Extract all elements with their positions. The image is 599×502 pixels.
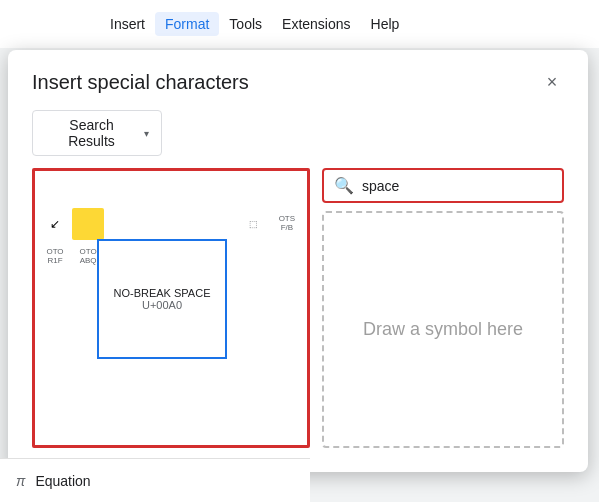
chevron-down-icon: ▾ — [144, 128, 149, 139]
draw-hint-text: Draw a symbol here — [363, 319, 523, 340]
char-cell[interactable] — [238, 175, 270, 207]
dialog-header: Insert special characters × — [32, 70, 564, 94]
selected-char-code: U+00A0 — [142, 299, 182, 311]
char-cell[interactable] — [39, 175, 71, 207]
char-cell[interactable]: OTOR1F — [39, 241, 71, 273]
char-cell[interactable] — [39, 274, 71, 306]
search-input[interactable] — [362, 178, 552, 194]
char-cell[interactable]: ⬚ — [238, 208, 270, 240]
menu-extensions[interactable]: Extensions — [272, 12, 360, 36]
char-cell[interactable] — [205, 208, 237, 240]
char-cell[interactable] — [172, 175, 204, 207]
char-cell-yellow[interactable] — [72, 208, 104, 240]
search-icon: 🔍 — [334, 176, 354, 195]
equation-icon: π — [16, 473, 25, 489]
menu-format[interactable]: Format — [155, 12, 219, 36]
char-cell[interactable] — [138, 175, 170, 207]
char-cell[interactable]: ↙ — [39, 208, 71, 240]
char-cell[interactable] — [238, 274, 270, 306]
menu-tools[interactable]: Tools — [219, 12, 272, 36]
char-cell[interactable] — [238, 241, 270, 273]
draw-symbol-area[interactable]: Draw a symbol here — [322, 211, 564, 448]
menu-bar: Insert Format Tools Extensions Help — [0, 0, 599, 48]
search-box: 🔍 — [322, 168, 564, 203]
close-button[interactable]: × — [540, 70, 564, 94]
char-cell[interactable] — [138, 208, 170, 240]
char-cell[interactable] — [205, 175, 237, 207]
char-cell[interactable] — [271, 175, 303, 207]
char-cell[interactable]: OTSF/B — [271, 208, 303, 240]
menu-help[interactable]: Help — [361, 12, 410, 36]
menu-insert[interactable]: Insert — [100, 12, 155, 36]
char-cell[interactable] — [172, 208, 204, 240]
equation-bar: π Equation — [0, 458, 310, 502]
selected-char-name: NO-BREAK SPACE — [114, 287, 211, 299]
character-grid-panel: ↙ ⬚ OTSF/B OTOR1F OTOABQ — [32, 168, 310, 448]
selected-character-box: NO-BREAK SPACE U+00A0 — [97, 239, 227, 359]
right-panel: 🔍 Draw a symbol here — [322, 168, 564, 448]
equation-label: Equation — [35, 473, 90, 489]
content-area: ↙ ⬚ OTSF/B OTOR1F OTOABQ — [32, 168, 564, 448]
char-cell[interactable] — [271, 241, 303, 273]
insert-special-characters-dialog: Insert special characters × Search Resul… — [8, 50, 588, 472]
char-cell[interactable] — [72, 175, 104, 207]
char-cell[interactable] — [105, 175, 137, 207]
dropdown-label: Search Results — [45, 117, 138, 149]
dialog-title: Insert special characters — [32, 71, 249, 94]
search-results-dropdown[interactable]: Search Results ▾ — [32, 110, 162, 156]
char-cell[interactable] — [105, 208, 137, 240]
char-cell[interactable] — [271, 274, 303, 306]
